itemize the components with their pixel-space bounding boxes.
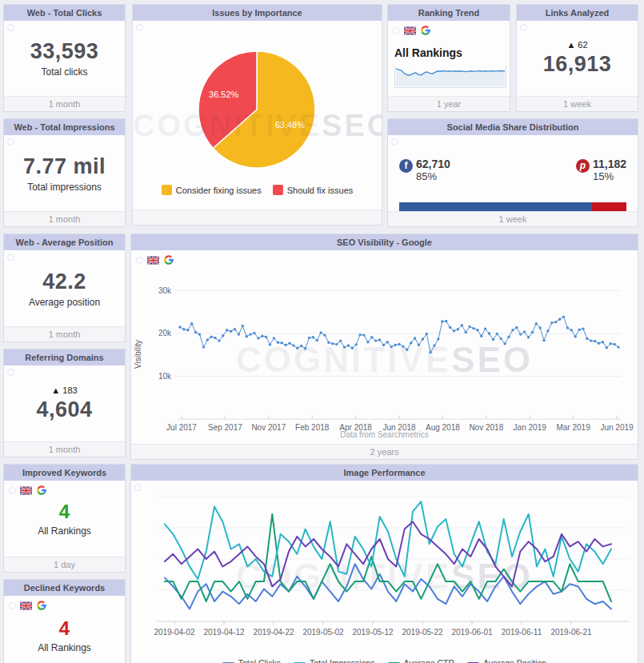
card-image-performance[interactable]: Image Performance COGNITIVESEO 2019-04-0… xyxy=(130,464,638,663)
card-web-total-clicks[interactable]: Web - Total Clicks 33,593 Total clicks 1… xyxy=(3,4,126,112)
card-title: Ranking Trend xyxy=(388,5,510,21)
metric-label: Total impressions xyxy=(27,182,102,193)
legend-item[interactable]: Average Position xyxy=(467,658,546,663)
card-title: Web - Average Position xyxy=(4,234,125,250)
card-period: 1 month xyxy=(4,326,125,341)
card-body: ▲ 62 16,913 xyxy=(517,21,638,96)
card-body: COGNITIVESEO 10k20k30kJul 2017Sep 2017No… xyxy=(131,250,638,444)
legend-swatch xyxy=(273,185,283,195)
image-performance-chart[interactable]: 2019-04-022019-04-122019-04-222019-05-02… xyxy=(131,485,638,651)
card-title: Declined Keywords xyxy=(4,580,125,596)
card-seo-visibility[interactable]: SEO Visibility - Google COGNITIVESEO 10k… xyxy=(130,234,638,460)
loading-spinner-icon xyxy=(136,257,143,264)
facebook-icon: f xyxy=(399,159,413,173)
legend-label: Average CTR xyxy=(404,658,454,663)
card-title: Image Performance xyxy=(131,465,638,481)
svg-text:Visibility: Visibility xyxy=(134,340,142,369)
legend-label: Average Position xyxy=(483,658,546,663)
pinterest-shares: p 11,182 15% xyxy=(576,158,626,182)
data-source-note: Data from Searchmetrics xyxy=(131,430,638,439)
svg-text:2019-05-12: 2019-05-12 xyxy=(352,628,394,637)
legend-label: Total Impressions xyxy=(310,658,375,663)
pinterest-icon: p xyxy=(576,159,590,173)
card-issues-by-importance[interactable]: Issues by Importance COGNITIVESEO 63.48%… xyxy=(132,4,382,226)
improved-keywords-count: 4 xyxy=(59,501,70,523)
facebook-share-count: 62,710 xyxy=(416,158,450,170)
card-referring-domains[interactable]: Referring Domains ▲ 183 4,604 1 month xyxy=(3,349,126,457)
metric-label: Total clicks xyxy=(41,66,87,78)
card-body: COGNITIVESEO 2019-04-022019-04-122019-04… xyxy=(131,481,638,663)
card-social-media-share[interactable]: Social Media Share Distribution f 62,710… xyxy=(387,118,638,227)
facebook-shares: f 62,710 85% xyxy=(399,158,450,182)
delta-badge: ▲ 62 xyxy=(566,40,587,50)
loading-spinner-icon xyxy=(391,138,398,146)
uk-flag-icon xyxy=(147,256,159,265)
uk-flag-icon xyxy=(404,26,416,35)
card-title: SEO Visibility - Google xyxy=(131,234,638,250)
card-title: Issues by Importance xyxy=(133,5,382,21)
card-ranking-trend[interactable]: Ranking Trend All Rankings 1 year xyxy=(387,4,510,112)
legend-item[interactable]: Should fix issues xyxy=(273,185,354,195)
svg-text:20k: 20k xyxy=(158,329,172,337)
legend-item[interactable]: Total Clicks xyxy=(222,658,281,663)
card-period: 1 month xyxy=(4,441,125,457)
declined-keywords-count: 4 xyxy=(59,617,70,640)
card-period: 1 week xyxy=(388,211,638,226)
card-declined-keywords[interactable]: Declined Keywords 4 All Rankings xyxy=(3,579,126,663)
svg-text:2019-04-02: 2019-04-02 xyxy=(154,628,195,637)
card-body: 42.2 Average position xyxy=(4,250,125,326)
loading-spinner-icon xyxy=(136,24,143,31)
share-distribution-bar xyxy=(399,202,626,211)
metric-label: Average position xyxy=(29,297,100,308)
pie-legend: Consider fixing issuesShould fix issues xyxy=(133,185,382,195)
google-icon xyxy=(163,254,174,266)
issues-pie-chart[interactable]: 63.48%36.52% xyxy=(133,21,382,210)
card-improved-keywords[interactable]: Improved Keywords 4 All Rankings 1 day xyxy=(3,464,126,573)
card-web-average-position[interactable]: Web - Average Position 42.2 Average posi… xyxy=(3,234,126,342)
card-period: 1 week xyxy=(517,96,638,111)
loading-spinner-icon xyxy=(393,27,400,34)
svg-text:2019-04-12: 2019-04-12 xyxy=(203,628,245,637)
card-body: 4 All Rankings xyxy=(4,481,125,557)
svg-text:2019-04-22: 2019-04-22 xyxy=(253,628,294,637)
card-period: 1 month xyxy=(4,211,125,226)
metric-value: 33,593 xyxy=(30,39,99,64)
card-body: 4 All Rankings xyxy=(4,596,125,663)
card-body: f 62,710 85% p 11,182 15% xyxy=(388,135,638,211)
card-period: 1 year xyxy=(388,96,510,111)
card-period: 1 month xyxy=(4,96,125,111)
card-body: All Rankings xyxy=(388,21,510,96)
svg-text:10k: 10k xyxy=(158,372,172,381)
card-body: 33,593 Total clicks xyxy=(4,21,125,96)
chart-legend: Total ClicksTotal ImpressionsAverage CTR… xyxy=(131,658,638,663)
pinterest-bar-segment xyxy=(592,202,626,211)
pinterest-share-percent: 15% xyxy=(593,170,626,182)
ranking-sparkline-chart[interactable] xyxy=(394,66,506,88)
facebook-share-percent: 85% xyxy=(416,170,450,182)
svg-text:2019-06-01: 2019-06-01 xyxy=(451,628,493,637)
card-title: Referring Domains xyxy=(4,349,125,365)
legend-item[interactable]: Consider fixing issues xyxy=(162,185,262,195)
pinterest-share-count: 11,182 xyxy=(593,158,626,170)
card-period: 2 years xyxy=(131,444,638,459)
card-footer xyxy=(133,210,382,225)
card-period: 1 day xyxy=(4,557,125,572)
card-links-analyzed[interactable]: Links Analyzed ▲ 62 16,913 1 week xyxy=(516,4,638,112)
card-body: ▲ 183 4,604 xyxy=(4,365,125,441)
seo-visibility-chart[interactable]: 10k20k30kJul 2017Sep 2017Nov 2017Feb 201… xyxy=(131,266,638,437)
google-icon xyxy=(420,25,431,36)
legend-label: Total Clicks xyxy=(238,658,281,663)
svg-text:2019-05-22: 2019-05-22 xyxy=(402,628,443,637)
svg-text:2019-05-02: 2019-05-02 xyxy=(302,628,344,637)
legend-item[interactable]: Average CTR xyxy=(388,658,454,663)
facebook-bar-segment xyxy=(399,202,592,211)
svg-text:2019-06-21: 2019-06-21 xyxy=(550,628,592,637)
svg-text:2019-06-11: 2019-06-11 xyxy=(502,628,542,637)
card-web-total-impressions[interactable]: Web - Total Impressions 7.77 mil Total i… xyxy=(3,118,126,227)
legend-label: Consider fixing issues xyxy=(176,186,262,195)
card-body: 7.77 mil Total impressions xyxy=(4,135,125,211)
dashboard: { "watermark": { "light": "COGNITIVE", "… xyxy=(0,0,644,663)
legend-label: Should fix issues xyxy=(287,186,354,195)
legend-item[interactable]: Total Impressions xyxy=(294,658,375,663)
card-title: Links Analyzed xyxy=(517,5,638,21)
